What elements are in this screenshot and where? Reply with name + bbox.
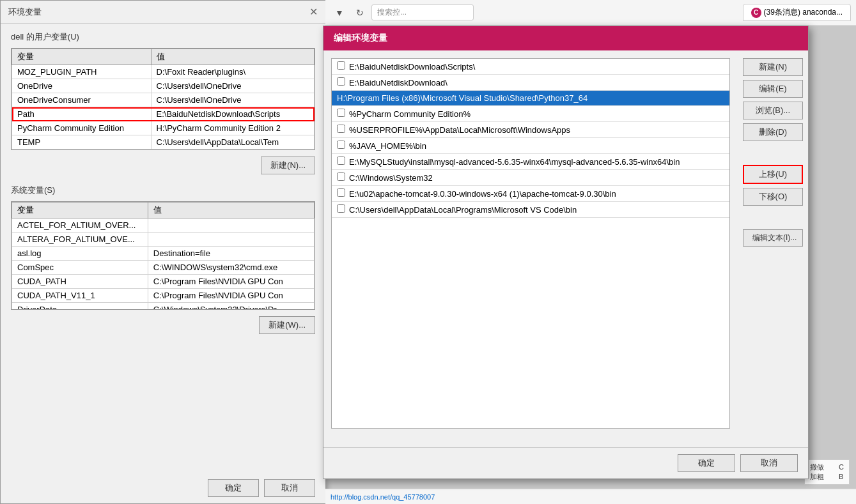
status-bar: http://blog.csdn.net/qq_45778007 xyxy=(325,489,856,504)
edit-dialog-ok-btn[interactable]: 确定 xyxy=(678,454,735,472)
path-item-checkbox[interactable] xyxy=(337,109,345,117)
path-list-item[interactable]: H:\Program Files (x86)\Microsoft Visual … xyxy=(332,91,729,106)
user-var-col-name: 变量 xyxy=(12,49,152,65)
sys-var-value: Destination=file xyxy=(148,247,314,261)
sys-var-col-name: 变量 xyxy=(12,202,148,218)
edit-dialog-title: 编辑环境变量 xyxy=(334,33,387,43)
sys-var-name[interactable]: asl.log xyxy=(12,247,148,261)
context-hint-undo: 撤做 C xyxy=(810,462,844,472)
user-var-name[interactable]: TMP xyxy=(12,149,152,151)
new-sys-var-btn[interactable]: 新建(W)... xyxy=(259,316,315,334)
sys-var-name[interactable]: ACTEL_FOR_ALTIUM_OVER... xyxy=(12,218,148,233)
browser-tab[interactable]: C (39条消息) anaconda... xyxy=(743,4,851,21)
sys-var-value xyxy=(148,233,314,247)
sys-var-name[interactable]: CUDA_PATH xyxy=(12,275,148,289)
env-dialog-footer: 确定 取消 xyxy=(11,479,315,497)
sys-var-name[interactable]: DriverData xyxy=(12,303,148,310)
system-vars-table: 变量 值 ACTEL_FOR_ALTIUM_OVER...ALTERA_FOR_… xyxy=(12,202,315,310)
edit-delete-btn[interactable]: 删除(D) xyxy=(743,123,803,141)
edit-browse-btn[interactable]: 浏览(B)... xyxy=(743,102,803,119)
env-dialog-body: dell 的用户变量(U) 变量 值 MOZ_PLUGIN_PATHD:\Fox… xyxy=(1,24,325,352)
browser-tab-area: C (39条消息) anaconda... xyxy=(743,4,851,21)
search-placeholder: 搜索控... xyxy=(377,8,407,17)
sys-var-name[interactable]: CUDA_PATH_V11_1 xyxy=(12,289,148,303)
path-list-item[interactable]: %USERPROFILE%\AppData\Local\Microsoft\Wi… xyxy=(332,122,729,138)
user-var-value: C:\Users\dell\OneDrive xyxy=(151,79,314,93)
path-list-item[interactable]: E:\MySQLStudy\install\mysql-advanced-5.6… xyxy=(332,154,729,170)
user-new-btn-row: 新建(N)... xyxy=(11,157,315,174)
edit-dialog-cancel-btn[interactable]: 取消 xyxy=(740,454,798,472)
sys-var-value: C:\Program Files\NVIDIA GPU Con xyxy=(148,289,314,303)
edit-dialog-body: E:\BaiduNetdiskDownload\Scripts\E:\Baidu… xyxy=(323,50,808,475)
user-var-value: C:\Users\dell\AppData\Local\Tem xyxy=(151,135,314,149)
path-item-checkbox[interactable] xyxy=(337,157,345,165)
edit-dialog-footer: 确定 取消 xyxy=(323,447,808,478)
edit-env-var-dialog: 编辑环境变量 E:\BaiduNetdiskDownload\Scripts\E… xyxy=(323,26,809,479)
user-var-name[interactable]: PyCharm Community Edition xyxy=(12,121,152,135)
path-item-checkbox[interactable] xyxy=(337,172,345,181)
user-var-name[interactable]: OneDriveConsumer xyxy=(12,93,152,107)
user-var-value: C:\Users\dell\AppData\Local\Tem xyxy=(151,149,314,151)
browser-refresh-btn[interactable]: ↻ xyxy=(351,4,369,22)
search-bar[interactable]: 搜索控... xyxy=(371,4,474,20)
sys-var-value: C:\Windows\System32\Drivers\Dr xyxy=(148,303,314,310)
edit-move-down-btn[interactable]: 下移(O) xyxy=(743,188,803,206)
env-dialog: 环境变量 ✕ dell 的用户变量(U) 变量 值 MOZ_PLUGIN_PAT… xyxy=(0,0,326,504)
path-list-item[interactable]: C:\Windows\System32 xyxy=(332,170,729,186)
system-vars-table-wrapper: 变量 值 ACTEL_FOR_ALTIUM_OVER...ALTERA_FOR_… xyxy=(11,201,315,310)
env-dialog-titlebar: 环境变量 ✕ xyxy=(1,1,325,24)
system-vars-title: 系统变量(S) xyxy=(11,185,315,196)
path-list-item[interactable]: %JAVA_HOME%\bin xyxy=(332,138,729,154)
user-var-name[interactable]: Path xyxy=(12,107,152,121)
path-item-checkbox[interactable] xyxy=(337,125,345,133)
user-var-name[interactable]: TEMP xyxy=(12,135,152,149)
user-var-name[interactable]: OneDrive xyxy=(12,79,152,93)
sys-var-value xyxy=(148,218,314,233)
browser-tab-icon: C xyxy=(751,8,761,18)
user-vars-table-wrapper: 变量 值 MOZ_PLUGIN_PATHD:\Foxit Reader\plug… xyxy=(11,48,315,150)
path-item-checkbox[interactable] xyxy=(337,188,345,197)
path-list-item[interactable]: C:\Users\dell\AppData\Local\Programs\Mic… xyxy=(332,202,729,218)
user-vars-table: 变量 值 MOZ_PLUGIN_PATHD:\Foxit Reader\plug… xyxy=(12,49,315,150)
user-var-value: D:\Foxit Reader\plugins\ xyxy=(151,65,314,79)
sys-var-col-value: 值 xyxy=(148,202,314,218)
browser-bar: ▼ ↻ 搜索控... C (39条消息) anaconda... xyxy=(325,0,856,26)
status-url: http://blog.csdn.net/qq_45778007 xyxy=(331,493,435,501)
edit-move-up-btn[interactable]: 上移(U) xyxy=(743,165,803,184)
edit-edit-btn[interactable]: 编辑(E) xyxy=(743,80,803,98)
path-item-checkbox[interactable] xyxy=(337,77,345,86)
path-list[interactable]: E:\BaiduNetdiskDownload\Scripts\E:\Baidu… xyxy=(331,58,730,429)
user-vars-title: dell 的用户变量(U) xyxy=(11,31,315,43)
browser-dropdown-btn[interactable]: ▼ xyxy=(331,4,348,22)
user-var-value: C:\Users\dell\OneDrive xyxy=(151,93,314,107)
path-list-area: E:\BaiduNetdiskDownload\Scripts\E:\Baidu… xyxy=(323,50,738,475)
sys-var-name[interactable]: ALTERA_FOR_ALTIUM_OVE... xyxy=(12,233,148,247)
user-var-value: E:\BaiduNetdiskDownload\Scripts xyxy=(151,107,314,121)
env-dialog-close-btn[interactable]: ✕ xyxy=(309,6,318,18)
path-item-checkbox[interactable] xyxy=(337,204,345,213)
path-list-item[interactable]: E:\BaiduNetdiskDownload\ xyxy=(332,75,729,91)
user-var-value: H:\PyCharm Community Edition 2 xyxy=(151,121,314,135)
env-dialog-ok-btn[interactable]: 确定 xyxy=(208,479,259,497)
edit-dialog-titlebar: 编辑环境变量 xyxy=(323,26,808,50)
new-user-var-btn[interactable]: 新建(N)... xyxy=(261,157,315,174)
path-item-checkbox[interactable] xyxy=(337,61,345,70)
sys-var-name[interactable]: ComSpec xyxy=(12,261,148,275)
edit-new-btn[interactable]: 新建(N) xyxy=(743,58,803,76)
user-var-name[interactable]: MOZ_PLUGIN_PATH xyxy=(12,65,152,79)
browser-tab-label: (39条消息) anaconda... xyxy=(764,7,843,18)
sys-new-btn-row: 新建(W)... xyxy=(11,316,315,334)
path-item-checkbox[interactable] xyxy=(337,141,345,149)
context-hint: 撤做 C 加粗 B xyxy=(804,459,850,485)
edit-text-btn[interactable]: 编辑文本(I)... xyxy=(743,229,803,247)
path-list-item[interactable]: E:\u02\apache-tomcat-9.0.30-windows-x64 … xyxy=(332,186,729,202)
edit-btn-panel: 新建(N) 编辑(E) 浏览(B)... 删除(D) 上移(U) 下移(O) 编… xyxy=(738,50,808,475)
sys-var-value: C:\WINDOWS\system32\cmd.exe xyxy=(148,261,314,275)
browser-nav-controls: ▼ ↻ 搜索控... xyxy=(331,4,474,22)
sys-var-value: C:\Program Files\NVIDIA GPU Con xyxy=(148,275,314,289)
path-list-item[interactable]: E:\BaiduNetdiskDownload\Scripts\ xyxy=(332,59,729,75)
env-dialog-title: 环境变量 xyxy=(8,6,42,18)
context-hint-bold: 加粗 B xyxy=(810,472,844,482)
path-list-item[interactable]: %PyCharm Community Edition% xyxy=(332,106,729,122)
env-dialog-cancel-btn[interactable]: 取消 xyxy=(264,479,315,497)
